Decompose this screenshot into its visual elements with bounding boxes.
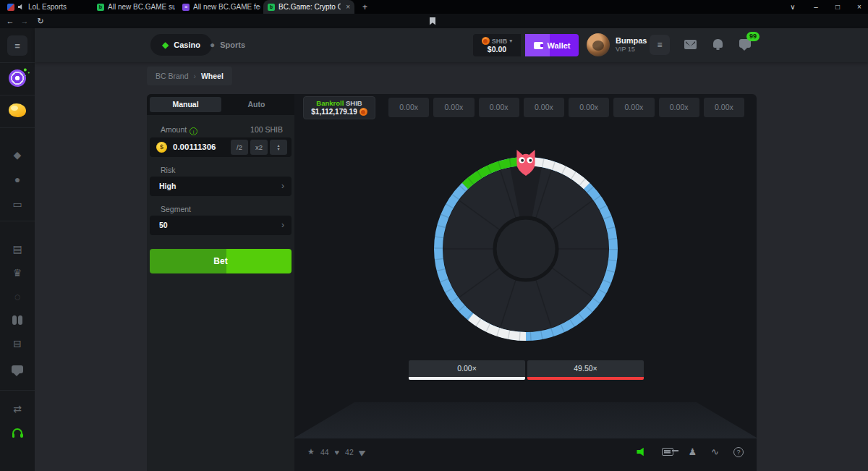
amount-value: 0.00111306 <box>173 143 216 151</box>
notifications-bell-icon[interactable] <box>713 39 723 48</box>
nav-sports[interactable]: ● Sports <box>203 34 252 56</box>
stage-floor <box>294 402 757 438</box>
currency-balance: $0.00 <box>488 45 506 54</box>
bet-mode-tabs: Manual Auto <box>147 94 294 115</box>
breadcrumb-sep-icon: › <box>194 72 196 80</box>
sidebar-menu-icon[interactable]: ≡ <box>7 35 27 56</box>
sidebar-sports-icon[interactable]: ● <box>0 174 35 185</box>
chevron-down-icon: ▾ <box>509 38 512 44</box>
sidebar-lottery-icon[interactable]: ▤ <box>0 243 35 255</box>
stepper-down-icon[interactable]: ▾ <box>277 148 279 151</box>
result-stripe <box>409 377 525 380</box>
segment-value: 50 <box>159 221 168 229</box>
history-chip[interactable]: 0.00x <box>659 98 699 117</box>
tab-manual[interactable]: Manual <box>150 97 221 112</box>
share-plane-icon[interactable]: ▶ <box>357 446 367 457</box>
amount-stepper[interactable]: ▴ ▾ <box>270 140 287 155</box>
inbox-envelope-icon[interactable] <box>684 40 697 49</box>
half-bet-button[interactable]: /2 <box>231 140 248 155</box>
app-header: ◆ Casino ● Sports SHIB ▾ $0.00 Wallet Bu… <box>35 28 868 62</box>
window-minimize-icon[interactable]: – <box>806 0 826 14</box>
bcgame-favicon-icon: b <box>97 4 104 11</box>
sidebar-chat-icon[interactable] <box>12 365 23 373</box>
wallet-label: Wallet <box>548 41 571 50</box>
result-bar-lose: 0.00× <box>409 360 525 380</box>
history-chip[interactable]: 0.00x <box>433 98 474 117</box>
history-chip[interactable]: 0.00x <box>613 98 654 117</box>
history-chip[interactable]: 0.00x <box>388 98 429 117</box>
tab-audio-icon[interactable] <box>18 4 25 10</box>
help-icon[interactable]: ? <box>733 447 744 457</box>
tab-bcgame-survey[interactable]: b All new BC.GAME survey & feedback <box>93 0 175 14</box>
risk-select[interactable]: High › <box>150 177 292 196</box>
tab-lol-esports[interactable]: LoL Esports <box>3 0 90 14</box>
fairness-icon[interactable]: ♟ <box>688 446 697 457</box>
bankroll-label: Bankroll <box>316 99 344 107</box>
tab-close-icon[interactable]: × <box>346 3 350 11</box>
wallet-button[interactable]: Wallet <box>525 34 579 56</box>
sidebar-racing-icon[interactable]: ▭ <box>0 198 35 210</box>
tab-title: All new BC.GAME feedback <box>193 3 260 11</box>
sidebar-vip-crown-icon[interactable]: ♛ <box>0 267 35 279</box>
shib-coin-icon <box>482 37 490 45</box>
segment-select[interactable]: 50 › <box>150 216 292 235</box>
tab-auto[interactable]: Auto <box>221 97 292 112</box>
sidebar-leaderboard-icon[interactable]: ⊟ <box>0 338 35 349</box>
sidebar-bonus-icon[interactable]: ◌ <box>0 291 35 302</box>
hotkeys-keyboard-icon[interactable] <box>662 448 673 456</box>
casino-diamond-icon: ◆ <box>162 40 169 50</box>
star-icon[interactable]: ★ <box>307 447 315 457</box>
info-icon[interactable]: i <box>190 127 197 135</box>
app-sidebar: ≡ ◆ ● ▭ ▤ ♛ ◌ ⊟ ⇄ <box>0 28 35 471</box>
amount-input[interactable]: $ 0.00111306 /2 x2 ▴ ▾ <box>150 137 292 157</box>
sidebar-affiliate-icon[interactable] <box>12 315 17 325</box>
username: Bumpas <box>616 36 647 45</box>
heart-icon[interactable]: ♥ <box>335 448 340 457</box>
history-chip[interactable]: 0.00x <box>524 98 564 117</box>
coin-dollar-icon: $ <box>156 142 167 153</box>
result-bars: 0.00× 49.50× <box>409 360 644 380</box>
sound-speaker-icon[interactable] <box>637 447 647 457</box>
bet-panel: Manual Auto Amounti 100 SHIB $ 0.0011130… <box>147 94 294 471</box>
vip-level: VIP 15 <box>616 46 635 53</box>
sidebar-casino-icon[interactable]: ◆ <box>0 149 35 161</box>
risk-value: High <box>159 182 176 190</box>
result-stripe <box>527 377 644 380</box>
window-close-icon[interactable]: × <box>849 0 868 14</box>
double-bet-button[interactable]: x2 <box>250 140 268 155</box>
breadcrumb-parent[interactable]: BC Brand <box>156 72 189 80</box>
new-tab-button[interactable]: + <box>359 1 370 12</box>
window-maximize-icon[interactable]: □ <box>827 0 848 14</box>
forward-icon[interactable]: → <box>19 15 30 27</box>
tab-bcgame-active[interactable]: b BC.Game: Crypto Casino Games & × <box>263 0 354 14</box>
result-bar-win: 49.50× <box>527 360 644 380</box>
result-value: 49.50× <box>574 364 597 373</box>
tab-title: LoL Esports <box>28 3 67 11</box>
currency-selector[interactable]: SHIB ▾ $0.00 <box>473 34 521 56</box>
risk-label: Risk <box>161 166 175 174</box>
bankroll-currency: SHIB <box>346 99 362 107</box>
segment-label: Segment <box>161 205 191 213</box>
history-chip[interactable]: 0.00x <box>569 98 609 117</box>
reload-icon[interactable]: ↻ <box>35 15 46 27</box>
sidebar-swap-icon[interactable]: ⇄ <box>0 403 35 415</box>
missions-target-icon[interactable] <box>7 68 27 88</box>
amount-label: Amounti <box>161 125 197 135</box>
rewards-gold-icon[interactable] <box>9 103 26 117</box>
bet-button[interactable]: Bet <box>150 249 292 273</box>
account-menu-icon[interactable]: ≡ <box>650 35 670 55</box>
back-icon[interactable]: ← <box>4 15 16 27</box>
tab-bcgame-feedback[interactable]: ≡ All new BC.GAME feedback <box>178 0 260 14</box>
window-chevron-icon[interactable]: ∨ <box>783 0 803 14</box>
breadcrumb: BC Brand › Wheel <box>147 67 232 85</box>
browser-toolbar: ← → ↻ bc.game /game/wheel A ≡♪ ≡ <box>0 14 868 28</box>
result-value: 0.00× <box>457 364 477 373</box>
sidebar-support-headset-icon[interactable] <box>12 428 22 435</box>
history-chip[interactable]: 0.00x <box>479 98 519 117</box>
sports-label: Sports <box>220 41 245 49</box>
avatar[interactable] <box>587 33 610 56</box>
bookmark-icon[interactable] <box>427 15 438 27</box>
live-stats-icon[interactable]: ∿ <box>711 446 719 457</box>
game-action-bar: ★ 44 ♥ 42 ▶ ♟ ∿ ? <box>294 438 757 471</box>
history-chip[interactable]: 0.00x <box>704 98 744 117</box>
